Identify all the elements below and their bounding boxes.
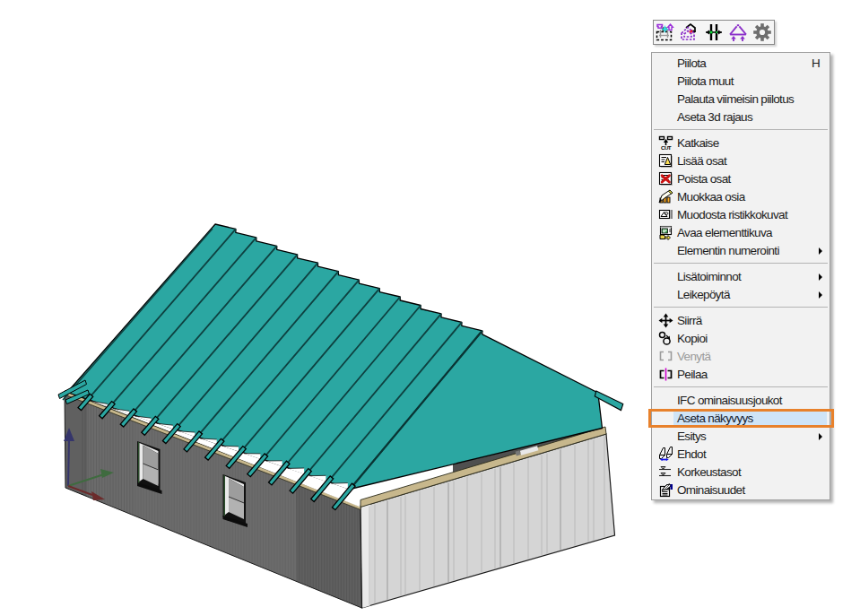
svg-text:CUT: CUT	[661, 144, 672, 151]
